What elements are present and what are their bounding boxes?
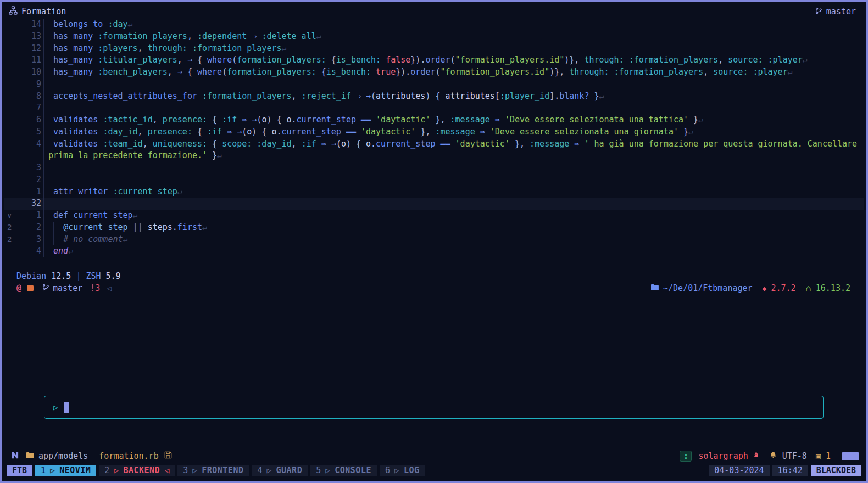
code-text: accepts_nested_attributes_for :formation… (43, 91, 864, 103)
tab-number: 3 (183, 465, 188, 476)
code-token (207, 150, 212, 160)
code-token (43, 187, 53, 196)
eol-mark: ↵ (177, 187, 182, 196)
code-text (43, 198, 864, 210)
terminal-input[interactable]: ▷ (44, 396, 824, 419)
code-token (475, 127, 480, 137)
lsp-badge: : (680, 451, 692, 462)
code-token: . (554, 91, 559, 101)
node-version: 16.13.2 (816, 283, 850, 293)
code-line[interactable]: 1 attr_writer :current_step↵ (4, 186, 864, 198)
code-token: where (197, 67, 222, 77)
code-token (93, 67, 98, 77)
code-token: validates (53, 139, 98, 149)
sign-column (4, 126, 19, 138)
code-token: attributes (376, 91, 425, 101)
code-token: :formation_players (202, 91, 292, 101)
sign-column (4, 198, 19, 210)
code-token: } (515, 139, 520, 149)
code-line[interactable]: 11 has_many :titular_players, → { where(… (4, 54, 864, 66)
tab-console[interactable]: 5▷CONSOLE (310, 465, 377, 476)
code-token (43, 127, 53, 137)
tab-log[interactable]: 6▷LOG (380, 465, 425, 476)
code-token (450, 139, 455, 149)
code-token: , (187, 31, 192, 41)
code-token: presence: (148, 127, 192, 137)
code-line[interactable]: 5 validates :day_id, presence: { :if ⇒ →… (4, 126, 864, 138)
code-token (624, 55, 629, 65)
code-line[interactable]: 6 validates :tactic_id, presence: { :if … (4, 114, 864, 126)
code-text: attr_writer :current_step↵ (43, 186, 864, 198)
code-token (326, 55, 331, 65)
code-line[interactable]: 7 (4, 102, 864, 114)
code-text: has_many :titular_players, → { where(for… (43, 54, 864, 66)
tab-guard[interactable]: 4▷GUARD (252, 465, 308, 476)
code-token (158, 115, 163, 125)
code-token: . (371, 139, 376, 149)
code-token (217, 115, 222, 125)
indent-guide (43, 210, 44, 222)
code-line[interactable]: 4 validates :team_id, uniqueness: { scop… (4, 138, 864, 150)
code-line[interactable]: 9 (4, 78, 864, 91)
code-line[interactable]: 10 has_many :bench_players, → { where(fo… (4, 66, 864, 78)
tab-neovim[interactable]: 1▷NEOVIM (35, 465, 96, 476)
code-line[interactable]: 8 accepts_nested_attributes_for :formati… (4, 91, 864, 103)
code-line[interactable]: 4 end↵ (4, 245, 864, 257)
winbar-branch: master (826, 7, 856, 16)
code-token: end (53, 246, 68, 256)
eol-mark: ↵ (217, 150, 222, 160)
code-token (510, 139, 515, 149)
sign-column (4, 174, 19, 186)
code-text: validates :tactic_id, presence: { :if ⇒ … (43, 114, 864, 126)
code-line[interactable]: 14 belongs_to :day↵ (4, 19, 864, 31)
code-line[interactable]: 22 @current_step || steps.first↵ (4, 222, 864, 234)
code-token: ⇒ (321, 139, 326, 149)
code-token (356, 115, 361, 125)
code-token (182, 55, 187, 65)
code-token: , (177, 55, 182, 65)
sign-column (4, 162, 19, 174)
code-token: { (212, 139, 217, 149)
indent-guide (43, 174, 44, 186)
winbar-context: Formation (9, 6, 66, 17)
code-token: :team_id (103, 139, 142, 149)
code-token (192, 31, 197, 41)
code-line[interactable]: prima la precedente formazione.' }↵ (4, 150, 864, 162)
code-line[interactable]: 13 has_many :formation_players, :depende… (4, 31, 864, 43)
code-token: ⇒ (495, 115, 500, 125)
indent-guide (43, 162, 44, 174)
code-line[interactable]: 32 (4, 198, 864, 210)
code-token: [ (495, 91, 500, 101)
code-token: :current_step (113, 187, 177, 196)
code-token: { (356, 139, 361, 149)
tab-frontend[interactable]: 3▷FRONTEND (177, 465, 249, 476)
code-token (361, 139, 366, 149)
code-line[interactable]: ∨1 def current_step↵ (4, 210, 864, 222)
code-token: o (341, 139, 346, 149)
line-number: 10 (19, 66, 41, 78)
code-token: . (173, 222, 177, 232)
code-token: :player_id (500, 91, 549, 101)
code-line[interactable]: 12 has_many :players, through: :formatio… (4, 43, 864, 55)
greeting-token: 12.5 (51, 271, 71, 281)
code-token (351, 91, 356, 101)
code-line[interactable]: 23 # no comment↵ (4, 234, 864, 246)
code-text (43, 102, 864, 114)
code-token: { (197, 127, 202, 137)
code-line[interactable]: 3 (4, 162, 864, 174)
line-number: 14 (19, 19, 41, 31)
indent-guide (43, 102, 44, 114)
position-indicator (842, 452, 859, 460)
code-token (217, 139, 222, 149)
code-line[interactable]: 2 (4, 174, 864, 186)
code-token (485, 127, 490, 137)
code-token: , (703, 67, 708, 77)
code-token: validates (53, 115, 98, 125)
tab-backend[interactable]: 2▷BACKEND◁ (99, 465, 175, 476)
terminal-cursor (64, 402, 69, 413)
line-number: 7 (19, 102, 41, 114)
code-token (316, 139, 321, 149)
code-token: order (410, 67, 435, 77)
session-name[interactable]: FTB (7, 465, 32, 476)
code-token: ⇒ (252, 31, 257, 41)
